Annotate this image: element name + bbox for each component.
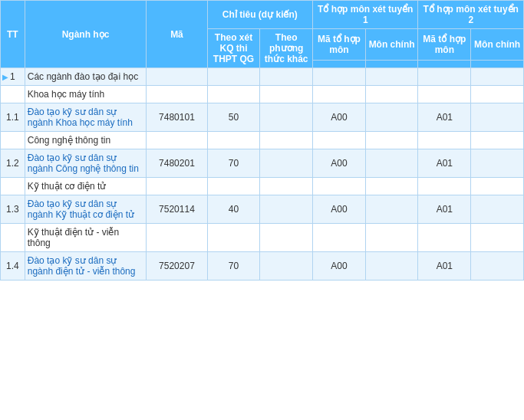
section-chi1 xyxy=(207,68,260,86)
col-to-hop-2: Tổ hợp môn xét tuyển 2 xyxy=(418,1,524,29)
d11-to1-mon xyxy=(365,103,418,132)
col-mon-chinh-2: Môn chính xyxy=(471,29,524,61)
section-to2-mon xyxy=(471,68,524,86)
d13-to2-mon xyxy=(471,195,524,224)
col-mon-chinh-1: Môn chính xyxy=(365,29,418,61)
d12-chi1: 70 xyxy=(207,149,260,178)
gl4-to2-mon xyxy=(471,224,524,252)
gl3-to1-ma xyxy=(313,178,366,195)
gl2-tt xyxy=(1,132,25,149)
col-ma-to-hop-1: Mã tổ hợp môn xyxy=(313,29,366,61)
d12-to2-ma: A01 xyxy=(418,149,471,178)
col-chi-tieu: Chỉ tiêu (dự kiến) xyxy=(207,1,312,29)
section-tt-value: 1 xyxy=(10,71,15,82)
col-ma-to-hop-2: Mã tổ hợp môn xyxy=(418,29,471,61)
gl1-chi1 xyxy=(207,86,260,103)
gl1-to1-mon xyxy=(365,86,418,103)
placeholder-mon-chinh-2 xyxy=(471,61,524,68)
gl2-nganh: Công nghệ thông tin xyxy=(25,132,147,149)
d14-to1-mon xyxy=(365,252,418,281)
gl1-chi2 xyxy=(260,86,313,103)
gl1-nganh: Khoa học máy tính xyxy=(25,86,147,103)
header-row-1: TT Ngành học Mã Chỉ tiêu (dự kiến) Tổ hợ… xyxy=(1,1,524,29)
section-to1-mon xyxy=(365,68,418,86)
group-label-row-3: Kỹ thuật cơ điện tử xyxy=(1,178,524,195)
gl3-chi2 xyxy=(260,178,313,195)
d12-to1-mon xyxy=(365,149,418,178)
gl2-to1-ma xyxy=(313,132,366,149)
gl4-chi2 xyxy=(260,224,313,252)
d12-to1-ma: A00 xyxy=(313,149,366,178)
gl2-ma xyxy=(147,132,207,149)
placeholder-mon-chinh-1 xyxy=(365,61,418,68)
d14-chi2 xyxy=(260,252,313,281)
d14-tt: 1.4 xyxy=(1,252,25,281)
d11-ma: 7480101 xyxy=(147,103,207,132)
gl1-to2-mon xyxy=(471,86,524,103)
d11-chi2 xyxy=(260,103,313,132)
d14-nganh: Đào tạo kỹ sư dân sự ngành điện tử - viễ… xyxy=(25,252,147,281)
gl2-to1-mon xyxy=(365,132,418,149)
gl3-chi1 xyxy=(207,178,260,195)
gl4-to1-mon xyxy=(365,224,418,252)
d14-to1-ma: A00 xyxy=(313,252,366,281)
gl1-to2-ma xyxy=(418,86,471,103)
gl3-tt xyxy=(1,178,25,195)
d11-tt: 1.1 xyxy=(1,103,25,132)
placeholder-ma-to-hop-2 xyxy=(418,61,471,68)
gl4-nganh: Kỹ thuật điện tử - viễn thông xyxy=(25,224,147,252)
d12-ma: 7480201 xyxy=(147,149,207,178)
gl3-nganh: Kỹ thuật cơ điện tử xyxy=(25,178,147,195)
col-to-hop-1: Tổ hợp môn xét tuyển 1 xyxy=(313,1,418,29)
data-row-1-2: 1.2 Đào tạo kỹ sư dân sự ngành Công nghệ… xyxy=(1,149,524,178)
gl3-to2-mon xyxy=(471,178,524,195)
d13-ma: 7520114 xyxy=(147,195,207,224)
d13-chi2 xyxy=(260,195,313,224)
d12-nganh: Đào tạo kỹ sư dân sự ngành Công nghệ thô… xyxy=(25,149,147,178)
d11-to2-mon xyxy=(471,103,524,132)
section-ma xyxy=(147,68,207,86)
d12-tt: 1.2 xyxy=(1,149,25,178)
group-label-row-2: Công nghệ thông tin xyxy=(1,132,524,149)
section-nganh: Các ngành đào tạo đại học xyxy=(25,68,147,86)
d12-chi2 xyxy=(260,149,313,178)
group-label-row-1: Khoa học máy tính xyxy=(1,86,524,103)
d12-to2-mon xyxy=(471,149,524,178)
gl3-to2-ma xyxy=(418,178,471,195)
gl3-ma xyxy=(147,178,207,195)
d13-to2-ma: A01 xyxy=(418,195,471,224)
d14-ma: 7520207 xyxy=(147,252,207,281)
gl1-tt xyxy=(1,86,25,103)
data-row-1-1: 1.1 Đào tạo kỹ sư dân sự ngành Khoa học … xyxy=(1,103,524,132)
gl2-chi1 xyxy=(207,132,260,149)
gl4-to1-ma xyxy=(313,224,366,252)
d14-chi1: 70 xyxy=(207,252,260,281)
d13-chi1: 40 xyxy=(207,195,260,224)
data-row-1-4: 1.4 Đào tạo kỹ sư dân sự ngành điện tử -… xyxy=(1,252,524,281)
gl4-ma xyxy=(147,224,207,252)
col-ma: Mã xyxy=(147,1,207,68)
gl1-ma xyxy=(147,86,207,103)
col-theo-phuong: Theo phương thức khác xyxy=(260,29,313,68)
section-row-1: ▶ 1 Các ngành đào tạo đại học xyxy=(1,68,524,86)
d11-to1-ma: A00 xyxy=(313,103,366,132)
gl4-chi1 xyxy=(207,224,260,252)
gl2-to2-ma xyxy=(418,132,471,149)
d11-chi1: 50 xyxy=(207,103,260,132)
d13-tt: 1.3 xyxy=(1,195,25,224)
data-row-1-3: 1.3 Đào tạo kỹ sư dân sự ngành Kỹ thuật … xyxy=(1,195,524,224)
placeholder-ma-to-hop-1 xyxy=(313,61,366,68)
section-chi2 xyxy=(260,68,313,86)
group-label-row-4: Kỹ thuật điện tử - viễn thông xyxy=(1,224,524,252)
col-tt: TT xyxy=(1,1,25,68)
gl2-to2-mon xyxy=(471,132,524,149)
d13-to1-ma: A00 xyxy=(313,195,366,224)
d11-to2-ma: A01 xyxy=(418,103,471,132)
section-to2-ma xyxy=(418,68,471,86)
section-to1-ma xyxy=(313,68,366,86)
gl3-to1-mon xyxy=(365,178,418,195)
gl4-tt xyxy=(1,224,25,252)
gl2-chi2 xyxy=(260,132,313,149)
col-nganh-hoc: Ngành học xyxy=(25,1,147,68)
arrow-icon: ▶ xyxy=(2,73,8,81)
